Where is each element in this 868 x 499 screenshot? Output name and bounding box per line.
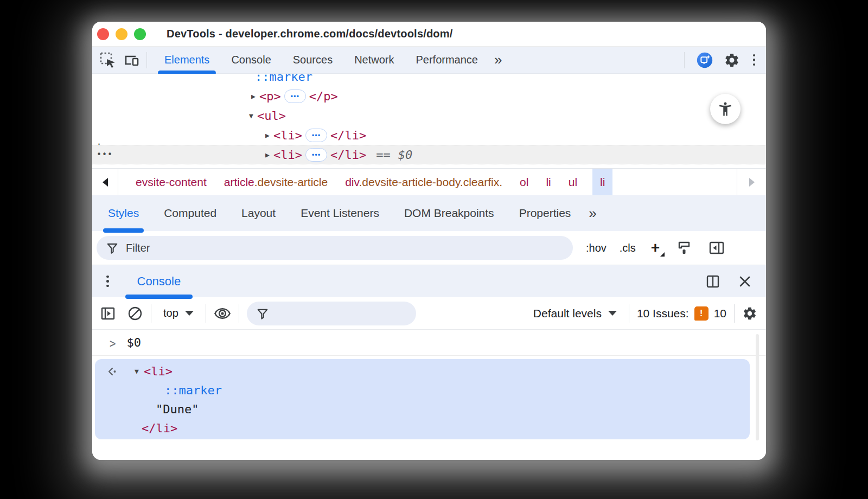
toolbar-divider [629,304,629,323]
left-edge-dots: ••• [97,150,113,159]
result-line-open-tag[interactable]: ▼ <li> [95,362,750,381]
tab-dom-breakpoints[interactable]: DOM Breakpoints [392,195,507,231]
filter-funnel-icon [106,242,118,254]
console-filter-field[interactable] [247,302,416,325]
console-result-block[interactable]: ▼ <li> ::marker "Dune" </li> [95,359,750,439]
console-command-text: $0 [126,336,141,349]
dom-row-marker[interactable]: ::marker [92,74,766,86]
toolbar-divider [734,304,735,323]
breadcrumb-forward-button[interactable] [737,169,766,195]
minimize-window-button[interactable] [116,28,127,40]
styles-filter-bar: :hov .cls + [92,231,766,265]
dollar-zero-hint: ==$0 [376,148,412,162]
dropdown-caret-icon [185,311,194,316]
console-messages: > $0 ▼ <li> ::marker "Dune" < [92,330,766,460]
tab-elements[interactable]: Elements [154,47,220,73]
expand-ellipsis-button[interactable]: ••• [284,89,306,103]
console-filter-input[interactable] [276,307,388,319]
expand-ellipsis-button[interactable]: ••• [305,148,327,162]
dom-breadcrumb-bar: evsite-content article.devsite-article d… [92,168,766,195]
console-toolbar: top Default levels 10 Issues: [92,297,766,330]
dom-row-p[interactable]: ▶ <p> ••• </p> [92,86,766,106]
toggle-sidebar-panel-icon[interactable] [709,240,725,256]
more-tabs-icon[interactable]: » [489,52,506,68]
tab-network[interactable]: Network [343,47,405,73]
titlebar: DevTools - developer.chrome.com/docs/dev… [92,22,766,47]
window-title: DevTools - developer.chrome.com/docs/dev… [167,28,453,40]
console-toolbar-right: Default levels 10 Issues: ! 10 [529,304,757,323]
javascript-context-selector[interactable]: top [159,307,198,319]
tab-sources[interactable]: Sources [282,47,343,73]
tab-computed[interactable]: Computed [151,195,229,231]
collapse-arrow-icon[interactable]: ▼ [130,367,144,375]
styles-filter-field[interactable] [97,236,573,260]
settings-gear-icon[interactable] [724,52,740,68]
close-drawer-icon[interactable] [738,274,752,289]
breadcrumb-item[interactable]: li [546,176,551,189]
dom-row-li-1[interactable]: . ▶ <li> ••• </li> [92,125,766,145]
styles-filter-input[interactable] [126,242,452,254]
console-command-row[interactable]: > $0 [92,330,766,356]
devtools-window: DevTools - developer.chrome.com/docs/dev… [92,22,766,460]
expand-ellipsis-button[interactable]: ••• [305,129,327,142]
issue-exclamation-icon: ! [694,306,709,321]
more-options-kebab-icon[interactable] [751,52,758,68]
console-sidebar-toggle-icon[interactable] [100,305,116,322]
returned-value-icon [107,366,118,377]
ai-assistance-icon[interactable] [697,52,713,68]
breadcrumb-item[interactable]: evsite-content [136,176,207,189]
tab-console[interactable]: Console [220,47,282,73]
expand-arrow-icon[interactable]: ▶ [261,151,273,159]
rendering-brush-icon[interactable] [676,240,692,256]
tab-layout[interactable]: Layout [229,195,288,231]
breadcrumb-item[interactable]: article.devsite-article [224,176,328,189]
more-tabs-icon[interactable]: » [583,205,601,222]
toolbar-divider [151,304,151,323]
breadcrumb-item[interactable]: ol [520,176,528,189]
log-levels-selector[interactable]: Default levels [529,307,621,320]
toggle-device-toolbar-icon[interactable] [124,52,140,68]
pseudo-state-toggle[interactable]: :hov [586,242,607,254]
drawer-tab-console[interactable]: Console [132,265,187,297]
accessibility-person-icon [717,101,733,117]
filter-funnel-icon [257,308,269,319]
collapse-arrow-icon[interactable]: ▼ [245,112,257,120]
toolbar-divider [146,52,147,68]
split-panel-icon[interactable] [705,274,720,289]
tab-event-listeners[interactable]: Event Listeners [288,195,392,231]
breadcrumb-item[interactable]: div.devsite-article-body.clearfix. [345,176,502,189]
expand-arrow-icon[interactable]: ▶ [247,92,259,100]
dom-row-ul[interactable]: ▼ <ul> [92,106,766,125]
left-triangle-icon [103,178,108,187]
console-prompt-chevron: > [110,335,116,350]
dropdown-caret-icon [608,311,617,316]
styles-sidebar-tabs: Styles Computed Layout Event Listeners D… [92,195,766,231]
console-settings-gear-icon[interactable] [742,306,757,321]
tab-properties[interactable]: Properties [507,195,584,231]
result-line-text: "Dune" [95,400,750,419]
issues-counter[interactable]: 10 Issues: ! 10 [637,306,726,321]
drawer-header-right [705,274,766,289]
close-window-button[interactable] [97,28,109,40]
active-tab-indicator [125,295,193,299]
breadcrumb-item-selected[interactable]: li [592,169,612,195]
panel-tabs: Elements Console Sources Network Perform… [154,47,506,73]
tab-performance[interactable]: Performance [405,47,489,73]
inspect-element-icon[interactable] [100,52,116,68]
drawer-menu-kebab-icon[interactable] [104,273,111,290]
element-classes-toggle[interactable]: .cls [620,242,636,254]
expand-arrow-icon[interactable]: ▶ [261,131,273,139]
live-expression-eye-icon[interactable] [214,305,231,322]
breadcrumb-item[interactable]: ul [569,176,577,189]
zoom-window-button[interactable] [134,28,146,40]
result-line-marker[interactable]: ::marker [95,381,750,400]
console-scrollbar[interactable] [756,334,759,440]
clear-console-icon[interactable] [127,305,143,322]
breadcrumb-back-button[interactable] [92,169,118,195]
accessibility-helper-button[interactable] [710,94,741,124]
toolbar-divider [684,52,685,68]
new-style-rule-button[interactable]: + [651,240,660,255]
dom-row-li-selected[interactable]: ••• ▶ <li> ••• </li> ==$0 [92,145,766,164]
tab-styles[interactable]: Styles [95,195,151,231]
toolbar-right-group [683,52,758,68]
